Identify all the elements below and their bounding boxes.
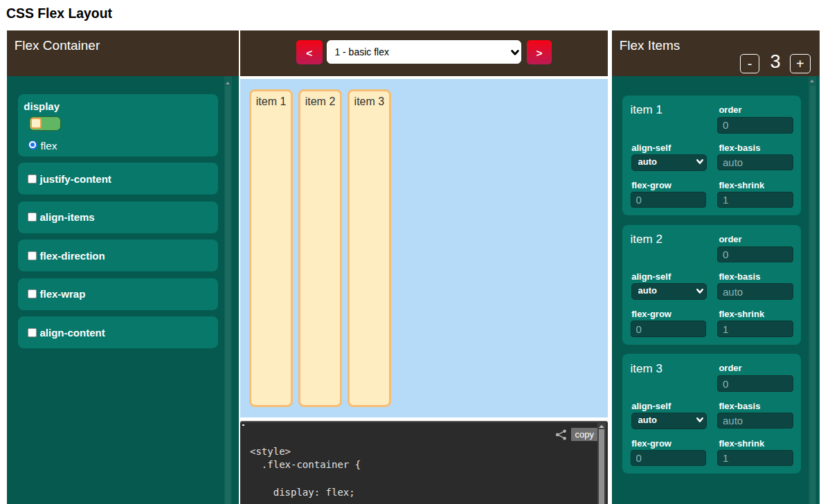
remove-item-button[interactable]: - [740,54,759,73]
code-dot [242,424,244,426]
preview-item-2: item 2 [298,89,342,407]
flex-wrap-checkbox[interactable] [28,289,37,298]
flex-container-panel-title: Flex Container [15,38,100,53]
justify-content-label: justify-content [40,173,111,185]
preview-item-1: item 1 [249,89,293,407]
preset-select[interactable]: 1 - basic flex [327,40,522,64]
page-title: CSS Flex Layout [6,6,112,21]
align-items-label: align-items [40,211,95,223]
flex-grow-label: flex-grow [631,438,671,449]
order-input[interactable] [717,246,793,263]
align-items-card: align-items [18,201,218,233]
share-icon[interactable] [554,429,567,440]
align-content-checkbox[interactable] [28,328,37,337]
flex-shrink-input[interactable] [717,321,793,337]
flex-basis-input[interactable] [717,413,793,429]
prev-preset-button[interactable]: < [296,40,323,64]
item-card-title: item 3 [631,362,662,376]
right-panel-scrollbar-up-icon[interactable] [810,80,814,82]
align-self-select[interactable]: auto [631,154,707,171]
align-self-label: align-self [631,271,671,282]
justify-content-card: justify-content [18,163,218,195]
flex-basis-input[interactable] [717,283,793,300]
code-text: <style> .flex-container { display: flex; [250,445,361,499]
flex-grow-input[interactable] [631,192,707,208]
flex-radio[interactable] [28,141,37,150]
item-card-title: item 1 [631,103,662,117]
order-input[interactable] [717,375,793,392]
flex-grow-label: flex-grow [631,309,671,319]
align-content-card: align-content [18,316,218,348]
flex-direction-checkbox[interactable] [28,251,37,260]
align-content-label: align-content [40,327,105,339]
flex-radio-label: flex [41,140,57,152]
order-label: order [719,363,741,373]
order-input[interactable] [717,117,793,134]
flex-grow-input[interactable] [631,321,707,337]
align-self-label: align-self [631,143,671,153]
item-card-3: item 3 order align-self auto flex-basis … [622,354,801,474]
item-card-1: item 1 order align-self auto flex-basis … [622,96,801,215]
flex-grow-input[interactable] [631,450,707,467]
code-scrollbar-thumb[interactable] [599,429,605,504]
app-canvas: CSS Flex Layout Flex Container display f… [0,0,830,504]
item-card-2: item 2 order align-self auto flex-basis … [622,225,801,345]
flex-shrink-label: flex-shrink [719,309,764,319]
flex-direction-card: flex-direction [18,240,218,271]
add-item-button[interactable]: + [790,54,811,73]
flex-direction-label: flex-direction [40,250,105,262]
justify-content-checkbox[interactable] [28,174,37,183]
display-label: display [24,100,60,112]
flex-basis-label: flex-basis [719,401,760,411]
code-scrollbar-up-icon[interactable] [599,425,604,428]
preview-item-3: item 3 [348,89,391,407]
flex-wrap-card: flex-wrap [18,278,218,310]
copy-button[interactable]: copy [571,428,598,442]
next-preset-button[interactable]: > [527,40,552,64]
flex-shrink-label: flex-shrink [719,438,764,449]
left-panel-scrollbar-up-icon[interactable] [226,82,230,84]
display-toggle-knob[interactable] [30,118,42,129]
flex-basis-label: flex-basis [719,271,760,282]
flex-basis-label: flex-basis [719,143,760,153]
align-self-select[interactable]: auto [631,283,707,300]
item-card-title: item 2 [631,233,662,246]
flex-basis-input[interactable] [717,154,793,171]
item-count: 3 [760,51,791,72]
left-panel-scrollbar-thumb[interactable] [225,86,231,504]
order-label: order [719,234,741,244]
flex-shrink-input[interactable] [717,450,793,467]
flex-preview-container [240,79,608,417]
order-label: order [719,105,741,115]
align-self-select[interactable]: auto [631,413,707,429]
flex-grow-label: flex-grow [631,180,671,190]
right-panel-scrollbar-thumb[interactable] [810,86,815,504]
flex-shrink-label: flex-shrink [719,180,764,190]
flex-shrink-input[interactable] [717,192,793,208]
display-toggle[interactable] [29,116,61,131]
flex-items-panel-title: Flex Items [620,38,680,53]
align-self-label: align-self [631,401,671,411]
flex-wrap-label: flex-wrap [40,288,86,300]
align-items-checkbox[interactable] [28,213,37,222]
